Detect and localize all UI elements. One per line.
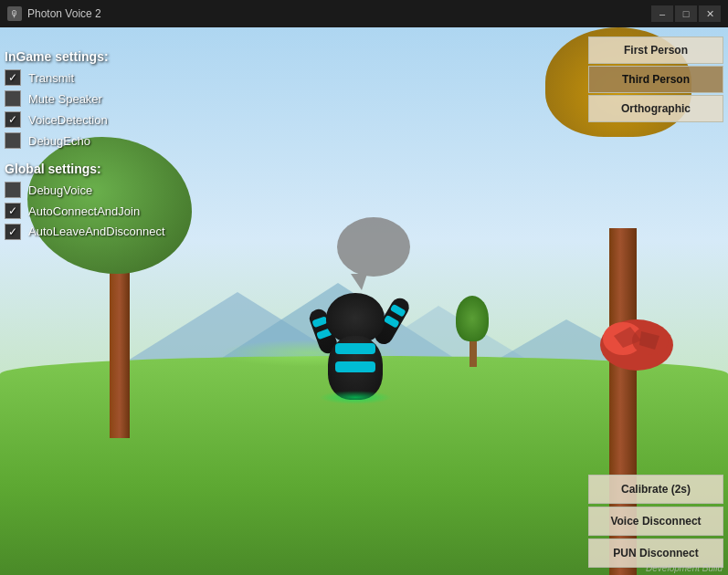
ingame-settings-title: InGame settings:: [5, 49, 187, 64]
auto-leave-checkbox[interactable]: ✓: [5, 224, 21, 240]
voice-detection-row: ✓ VoiceDetection: [5, 111, 187, 128]
auto-connect-label: AutoConnectAndJoin: [28, 204, 140, 218]
debug-voice-row: DebugVoice: [5, 182, 187, 198]
calibrate-button[interactable]: Calibrate (2s): [588, 475, 723, 504]
camera-panel: First Person Third Person Orthographic: [588, 37, 723, 122]
mute-speaker-row: Mute Speaker: [5, 90, 187, 107]
global-settings-title: Global settings:: [5, 162, 187, 176]
window-controls: – □ ✕: [651, 5, 721, 22]
bush-right: [596, 313, 678, 372]
debug-voice-label: DebugVoice: [28, 183, 92, 197]
voice-disconnect-button[interactable]: Voice Disconnect: [588, 507, 723, 536]
action-panel: Calibrate (2s) Voice Disconnect PUN Disc…: [588, 475, 723, 568]
app-icon: 🎙: [7, 6, 22, 21]
char-glow: [319, 391, 392, 404]
auto-leave-label: AutoLeaveAndDisconnect: [28, 225, 165, 240]
body-stripe-1: [335, 343, 375, 354]
voice-detection-checkbox[interactable]: ✓: [5, 111, 21, 128]
title-bar: 🎙 Photon Voice 2 – □ ✕: [0, 0, 728, 27]
debug-echo-checkbox[interactable]: [5, 132, 21, 149]
transmit-checkbox[interactable]: ✓: [5, 69, 21, 86]
dev-build-label: Development Build: [646, 563, 723, 573]
transmit-row: ✓ Transmit: [5, 69, 187, 86]
mute-speaker-label: Mute Speaker: [28, 92, 102, 106]
small-tree-center: [454, 294, 491, 367]
auto-connect-checkbox[interactable]: ✓: [5, 203, 21, 219]
first-person-button[interactable]: First Person: [588, 37, 723, 64]
voice-detection-label: VoiceDetection: [28, 113, 108, 127]
mute-speaker-checkbox[interactable]: [5, 90, 21, 107]
maximize-button[interactable]: □: [675, 5, 697, 22]
game-viewport: InGame settings: ✓ Transmit Mute Speaker…: [0, 27, 728, 575]
character: [310, 272, 401, 400]
arm-stripe-4: [383, 315, 399, 329]
debug-echo-row: DebugEcho: [5, 132, 187, 149]
minimize-button[interactable]: –: [651, 5, 673, 22]
body-stripe-2: [335, 361, 375, 372]
speech-bubble: [337, 217, 410, 277]
debug-echo-label: DebugEcho: [28, 134, 90, 148]
transmit-label: Transmit: [28, 71, 74, 85]
third-person-button[interactable]: Third Person: [588, 66, 723, 93]
orthographic-button[interactable]: Orthographic: [588, 95, 723, 122]
auto-connect-row: ✓ AutoConnectAndJoin: [5, 203, 187, 219]
arm-stripe-3: [389, 304, 406, 318]
close-button[interactable]: ✕: [699, 5, 721, 22]
auto-leave-row: ✓ AutoLeaveAndDisconnect: [5, 224, 187, 240]
debug-voice-checkbox[interactable]: [5, 182, 21, 198]
settings-panel: InGame settings: ✓ Transmit Mute Speaker…: [5, 37, 187, 245]
app-title: Photon Voice 2: [27, 7, 651, 20]
